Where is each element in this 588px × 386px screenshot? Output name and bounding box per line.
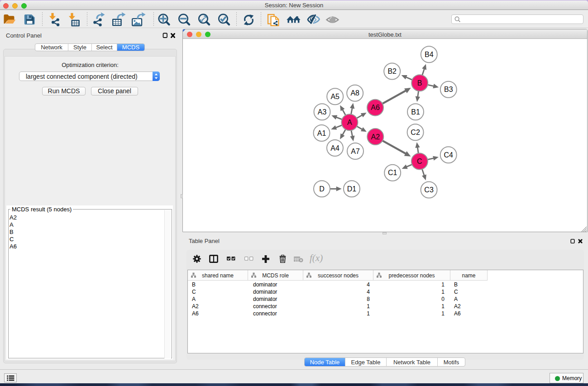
svg-text:B1: B1: [411, 108, 420, 116]
svg-text:A1: A1: [317, 129, 326, 137]
svg-text:B: B: [417, 79, 422, 87]
svg-text:A6: A6: [371, 104, 380, 111]
svg-text:A8: A8: [350, 89, 359, 97]
svg-text:A7: A7: [351, 148, 360, 155]
svg-text:C4: C4: [444, 151, 453, 159]
svg-text:A2: A2: [371, 133, 380, 141]
svg-text:D: D: [319, 185, 325, 193]
svg-text:A: A: [347, 119, 352, 126]
svg-text:A3: A3: [318, 108, 327, 116]
svg-text:C2: C2: [411, 129, 420, 136]
svg-text:A4: A4: [330, 144, 339, 152]
svg-text:D1: D1: [347, 185, 357, 193]
svg-text:C3: C3: [424, 186, 434, 194]
svg-text:B2: B2: [387, 67, 397, 75]
svg-text:C: C: [417, 157, 422, 165]
svg-text:B4: B4: [425, 51, 434, 58]
svg-text:A5: A5: [330, 93, 339, 100]
svg-text:C1: C1: [388, 169, 397, 176]
svg-text:B3: B3: [444, 86, 453, 93]
